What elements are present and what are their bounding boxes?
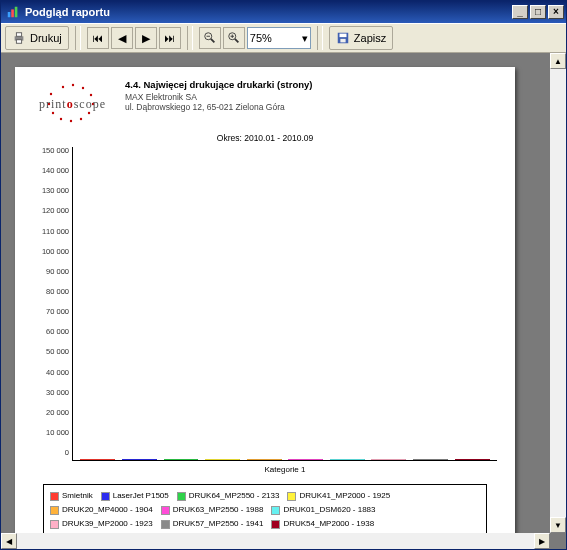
legend-label: LaserJet P1505: [113, 489, 169, 503]
chevron-down-icon: ▾: [302, 32, 308, 45]
print-label: Drukuj: [30, 32, 62, 44]
svg-point-24: [60, 118, 62, 120]
x-category-label: Kategorie 1: [73, 461, 497, 480]
plot-area: [73, 147, 497, 461]
legend-label: DRUK63_MP2550 - 1988: [173, 503, 264, 517]
bar: [80, 459, 115, 460]
y-axis: 010 00020 00030 00040 00050 00060 00070 …: [33, 147, 73, 461]
legend-item: DRUK20_MP4000 - 1904: [50, 503, 153, 517]
y-tick: 110 000: [33, 226, 69, 235]
nav-group: ⏮ ◀ ▶ ⏭: [87, 27, 181, 49]
save-icon: [336, 31, 350, 45]
next-page-button[interactable]: ▶: [135, 27, 157, 49]
svg-point-22: [80, 118, 82, 120]
legend-item: DRUK63_MP2550 - 1988: [161, 503, 264, 517]
logo-text-post: scope: [74, 97, 106, 111]
legend-swatch: [161, 506, 170, 515]
y-tick: 60 000: [33, 327, 69, 336]
report-period: Okres: 2010.01 - 2010.09: [33, 133, 497, 143]
prev-page-button[interactable]: ◀: [111, 27, 133, 49]
toolbar: Drukuj ⏮ ◀ ▶ ⏭ 75% ▾ Zapisz: [1, 23, 566, 53]
legend-swatch: [50, 492, 59, 501]
page-header: printoscope 4.4. Najwięcej drukujące dru…: [33, 79, 497, 127]
chart: 010 00020 00030 00040 00050 00060 00070 …: [33, 147, 497, 536]
y-tick: 100 000: [33, 246, 69, 255]
legend-item: DRUK57_MP2550 - 1941: [161, 517, 264, 531]
legend-label: DRUK57_MP2550 - 1941: [173, 517, 264, 531]
svg-point-25: [52, 112, 54, 114]
legend-label: DRUK64_MP2550 - 2133: [189, 489, 280, 503]
scroll-left-button[interactable]: ◀: [1, 533, 17, 549]
bar: [288, 459, 323, 460]
svg-point-21: [88, 112, 90, 114]
svg-rect-0: [8, 12, 11, 17]
y-tick: 150 000: [33, 146, 69, 155]
content-area: printoscope 4.4. Najwięcej drukujące dru…: [1, 53, 566, 549]
svg-rect-14: [339, 34, 346, 38]
first-page-button[interactable]: ⏮: [87, 27, 109, 49]
legend: SmietnikLaserJet P1505DRUK64_MP2550 - 21…: [43, 484, 487, 536]
svg-point-16: [62, 86, 64, 88]
legend-swatch: [177, 492, 186, 501]
legend-label: DRUK39_MP2000 - 1923: [62, 517, 153, 531]
y-tick: 30 000: [33, 387, 69, 396]
svg-point-23: [70, 120, 72, 122]
print-button[interactable]: Drukuj: [5, 26, 69, 50]
bar: [330, 459, 365, 460]
scroll-up-button[interactable]: ▲: [550, 53, 566, 69]
y-tick: 40 000: [33, 367, 69, 376]
y-tick: 10 000: [33, 427, 69, 436]
toolbar-separator: [317, 26, 323, 50]
legend-swatch: [161, 520, 170, 529]
legend-swatch: [271, 506, 280, 515]
bar: [371, 459, 406, 460]
y-tick: 140 000: [33, 166, 69, 175]
close-button[interactable]: ×: [548, 5, 564, 19]
app-window: Podgląd raportu _ □ × Drukuj ⏮ ◀ ▶ ⏭ 75%…: [0, 0, 567, 550]
legend-swatch: [101, 492, 110, 501]
bar: [413, 459, 448, 460]
logo-text-pre: print: [39, 97, 67, 111]
legend-label: Smietnik: [62, 489, 93, 503]
bar: [122, 459, 157, 460]
svg-rect-1: [11, 9, 14, 17]
zoom-in-button[interactable]: [223, 27, 245, 49]
zoom-value: 75%: [250, 32, 272, 44]
y-tick: 90 000: [33, 266, 69, 275]
scroll-right-button[interactable]: ▶: [534, 533, 550, 549]
svg-line-10: [235, 39, 239, 43]
bar: [247, 459, 282, 460]
legend-item: DRUK41_MP2000 - 1925: [287, 489, 390, 503]
bar: [164, 459, 199, 460]
svg-rect-15: [340, 39, 345, 43]
toolbar-separator: [187, 26, 193, 50]
logo-text-o: o: [67, 97, 74, 111]
legend-item: Smietnik: [50, 489, 93, 503]
svg-rect-4: [16, 33, 21, 37]
save-label: Zapisz: [354, 32, 386, 44]
y-tick: 70 000: [33, 307, 69, 316]
legend-swatch: [50, 520, 59, 529]
last-page-button[interactable]: ⏭: [159, 27, 181, 49]
zoom-out-button[interactable]: [199, 27, 221, 49]
save-button[interactable]: Zapisz: [329, 26, 393, 50]
legend-item: DRUK39_MP2000 - 1923: [50, 517, 153, 531]
minimize-button[interactable]: _: [512, 5, 528, 19]
scroll-down-button[interactable]: ▼: [550, 517, 566, 533]
report-company: MAX Elektronik SA: [125, 92, 497, 102]
app-icon: [5, 4, 21, 20]
y-tick: 80 000: [33, 286, 69, 295]
horizontal-scrollbar[interactable]: ◀ ▶: [1, 533, 550, 549]
svg-point-17: [72, 84, 74, 86]
printer-icon: [12, 31, 26, 45]
maximize-button[interactable]: □: [530, 5, 546, 19]
svg-point-19: [90, 94, 92, 96]
legend-item: DRUK54_MP2000 - 1938: [271, 517, 374, 531]
svg-rect-2: [15, 7, 18, 18]
vertical-scrollbar[interactable]: ▲ ▼: [550, 53, 566, 533]
zoom-select[interactable]: 75% ▾: [247, 27, 311, 49]
y-tick: 0: [33, 448, 69, 457]
y-tick: 130 000: [33, 186, 69, 195]
report-title: 4.4. Najwięcej drukujące drukarki (stron…: [125, 79, 497, 90]
toolbar-separator: [75, 26, 81, 50]
